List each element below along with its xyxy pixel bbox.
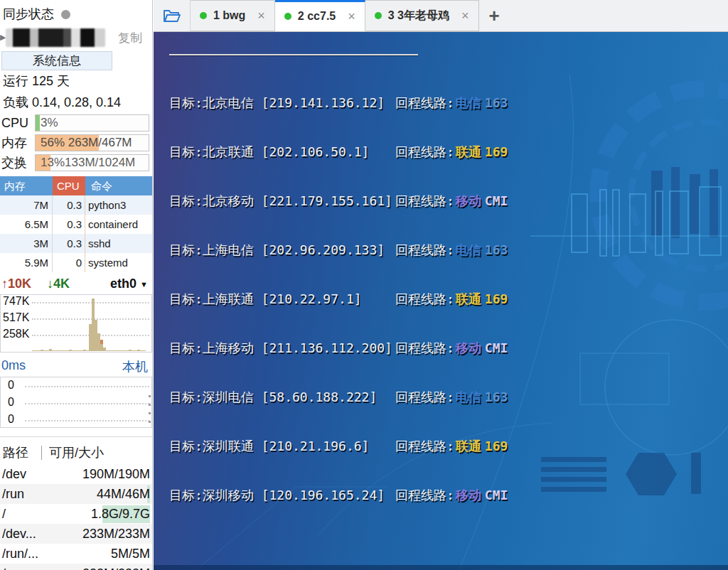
size-column-header[interactable]: 可用/大小 xyxy=(49,444,104,461)
process-table-body: 7M0.3python36.5M0.3containerd3M0.3sshd5.… xyxy=(0,195,152,272)
open-session-button[interactable] xyxy=(154,0,191,31)
swap-meter: 13%133M/1024M xyxy=(35,154,149,171)
network-graph-bars xyxy=(32,299,149,351)
tab-bwg[interactable]: 1 bwg × xyxy=(191,0,275,31)
uptime-label: 运行 125 天 xyxy=(0,70,152,92)
upload-arrow-icon: ↑ xyxy=(1,276,8,291)
terminal-separator-line xyxy=(169,54,418,55)
sync-status-label: 同步状态 xyxy=(3,6,54,23)
disk-row: /dev...233M/233M xyxy=(0,524,152,544)
ping-y-label: 0 xyxy=(8,413,14,426)
tab-laomuji[interactable]: 3 3年老母鸡 × xyxy=(365,0,479,31)
cpu-column-header[interactable]: CPU xyxy=(53,176,85,195)
cpu-meter-fill xyxy=(36,115,40,131)
process-table: 内存 CPU 命令 7M0.3python36.5M0.3containerd3… xyxy=(0,176,152,272)
net-y-label: 517K xyxy=(3,311,29,324)
main-area: 1 bwg × 2 cc7.5 × 3 3年老母鸡 × + xyxy=(154,0,728,570)
ping-y-label: 0 xyxy=(8,379,14,392)
close-icon[interactable]: × xyxy=(461,9,469,23)
process-row: 7M0.3python3 xyxy=(0,195,152,215)
route-test-line: 目标:北京电信 [219.141.136.12]回程线路:电信163 xyxy=(169,95,728,112)
disk-row: /run/...5M/5M xyxy=(0,544,152,564)
upload-rate: ↑10K xyxy=(1,276,31,291)
route-test-line: 目标:深圳联通 [210.21.196.6]回程线路:联通169 xyxy=(169,438,728,455)
terminal-lines: 目标:北京电信 [219.141.136.12]回程线路:电信163目标:北京联… xyxy=(169,95,728,504)
disk-row: /dev190M/190M xyxy=(0,464,152,484)
memory-column-header[interactable]: 内存 xyxy=(0,176,53,195)
redacted-hostname xyxy=(6,28,105,47)
disk-table-header: 路径 可用/大小 xyxy=(0,441,152,464)
route-test-line: 目标:深圳移动 [120.196.165.24]回程线路:移动CMI xyxy=(169,487,728,504)
route-test-line: 目标:上海移动 [211.136.112.200]回程线路:移动CMI xyxy=(169,340,728,357)
system-monitor-sidebar: 同步状态 ▶ 复制 系统信息 运行 125 天 负载 0.14, 0.28, 0… xyxy=(0,0,153,570)
connected-dot-icon xyxy=(284,13,291,20)
process-row: 3M0.3sshd xyxy=(0,234,152,253)
download-rate: ↓4K xyxy=(47,276,70,291)
net-y-label: 258K xyxy=(3,328,29,340)
tab-label: 2 cc7.5 xyxy=(298,10,336,23)
memory-label: 内存 xyxy=(1,134,31,151)
command-column-header[interactable]: 命令 xyxy=(85,176,152,195)
cpu-label: CPU xyxy=(1,116,31,131)
chevron-down-icon: ▼ xyxy=(140,280,148,289)
path-column-header[interactable]: 路径 xyxy=(3,444,28,461)
network-header: ↑10K ↓4K eth0▼ xyxy=(0,272,152,293)
system-info-button[interactable]: 系统信息 xyxy=(1,51,112,70)
close-icon[interactable]: × xyxy=(348,9,355,24)
route-test-line: 目标:北京移动 [221.179.155.161]回程线路:移动CMI xyxy=(169,193,728,210)
ping-latency: 0ms xyxy=(1,358,26,375)
copy-button[interactable]: 复制 xyxy=(118,30,142,46)
terminal-screen[interactable]: 目标:北京电信 [219.141.136.12]回程线路:电信163目标:北京联… xyxy=(154,32,728,570)
process-row: 6.5M0.3containerd xyxy=(0,215,152,234)
route-test-line: 目标:深圳电信 [58.60.188.222]回程线路:电信163 xyxy=(169,389,728,406)
tab-label: 1 bwg xyxy=(213,9,245,22)
tab-bar: 1 bwg × 2 cc7.5 × 3 3年老母鸡 × + xyxy=(154,0,728,32)
disk-table-body: /dev190M/190M/run44M/46M/1.8G/9.7G/dev..… xyxy=(0,464,152,570)
ping-host[interactable]: 本机 xyxy=(122,358,148,375)
ping-y-label: 0 xyxy=(8,396,14,409)
disk-row: /run44M/46M xyxy=(0,484,152,504)
tab-label: 3 3年老母鸡 xyxy=(388,9,449,23)
swap-label: 交换 xyxy=(1,154,31,171)
sync-status-dot-icon xyxy=(61,10,70,19)
tab-cc75-active[interactable]: 2 cc7.5 × xyxy=(275,0,365,31)
splitter-handle[interactable] xyxy=(147,395,151,432)
interface-selector[interactable]: eth0▼ xyxy=(110,276,148,291)
connected-dot-icon xyxy=(375,12,382,19)
new-tab-button[interactable]: + xyxy=(489,6,500,25)
load-label: 负载 0.14, 0.28, 0.14 xyxy=(0,92,152,113)
open-folder-icon xyxy=(163,8,181,23)
divider xyxy=(41,446,42,460)
download-arrow-icon: ↓ xyxy=(47,276,53,291)
memory-meter: 56% 263M/467M xyxy=(35,134,149,151)
net-y-label: 747K xyxy=(3,295,29,308)
close-icon[interactable]: × xyxy=(257,9,265,23)
cpu-meter: 3% xyxy=(35,114,149,131)
disk-row: /1.8G/9.7G xyxy=(0,504,152,524)
route-test-line: 目标:上海电信 [202.96.209.133]回程线路:电信163 xyxy=(169,242,728,259)
ping-header: 0ms 本机 xyxy=(0,353,152,377)
process-table-header: 内存 CPU 命令 xyxy=(0,176,152,195)
connected-dot-icon xyxy=(200,12,207,19)
net-bar xyxy=(143,350,146,351)
disk-row: /sys...233M/233M xyxy=(0,564,152,570)
process-row: 5.9M0systemd xyxy=(0,253,152,272)
route-test-line: 目标:上海联通 [210.22.97.1]回程线路:联通169 xyxy=(169,291,728,308)
route-test-line: 目标:北京联通 [202.106.50.1]回程线路:联通169 xyxy=(169,144,728,161)
network-graph: 747K 517K 258K xyxy=(0,294,152,353)
ping-graph: 0 0 0 xyxy=(0,377,152,428)
divider xyxy=(0,436,152,437)
